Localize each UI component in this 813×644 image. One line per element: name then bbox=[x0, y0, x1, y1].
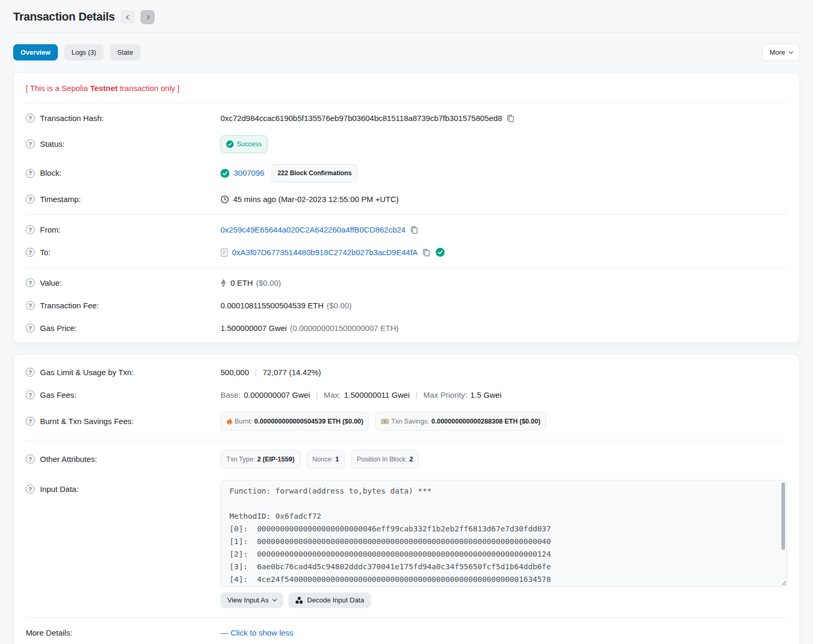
base-fee-label: Base: bbox=[220, 389, 240, 401]
decode-input-data-label: Decode Input Data bbox=[307, 596, 364, 604]
testnet-warning-pre: [ This is a Sepolia bbox=[26, 84, 90, 93]
to-label: To: bbox=[40, 247, 51, 258]
help-icon[interactable]: ? bbox=[26, 455, 35, 464]
input-data-box[interactable]: Function: forward(address to,bytes data)… bbox=[220, 480, 787, 587]
show-less-link[interactable]: — Click to show less bbox=[220, 627, 293, 639]
help-icon[interactable]: ? bbox=[26, 114, 35, 123]
gas-price-row: ? Gas Price: 1.500000007 Gwei (0.0000000… bbox=[26, 317, 787, 339]
other-attributes-row: ? Other Attributes: Txn Type: 2 (EIP-155… bbox=[26, 444, 787, 474]
separator: | bbox=[416, 389, 418, 401]
divider bbox=[26, 103, 787, 103]
status-label: Status: bbox=[40, 138, 65, 150]
help-icon[interactable]: ? bbox=[26, 248, 35, 257]
txn-type-badge: Txn Type: 2 (EIP-1559) bbox=[220, 450, 300, 469]
input-data-scrollbar[interactable] bbox=[781, 482, 785, 550]
decode-input-data-button[interactable]: Decode Input Data bbox=[288, 592, 371, 608]
block-label: Block: bbox=[40, 167, 62, 179]
help-icon[interactable]: ? bbox=[26, 225, 35, 234]
view-input-as-button[interactable]: View Input As bbox=[220, 592, 283, 608]
copy-hash-button[interactable] bbox=[506, 114, 515, 123]
help-icon[interactable]: ? bbox=[26, 169, 35, 178]
gas-limit-label: Gas Limit & Usage by Txn: bbox=[40, 367, 134, 378]
divider bbox=[26, 440, 787, 440]
testnet-warning-bold: Testnet bbox=[90, 84, 117, 93]
from-address-link[interactable]: 0x259c49E65644a020C2A642260a4ffB0CD862cb… bbox=[220, 224, 406, 236]
row-label: ? Input Data: bbox=[26, 480, 220, 495]
row-label: ? Block: bbox=[26, 167, 220, 179]
row-label: ? Timestamp: bbox=[26, 194, 220, 205]
help-icon[interactable]: ? bbox=[26, 139, 35, 148]
testnet-warning-post: transaction only ] bbox=[118, 84, 180, 93]
row-label: ? Transaction Fee: bbox=[26, 300, 220, 311]
tab-logs[interactable]: Logs (3) bbox=[64, 44, 104, 61]
base-fee-value: 0.000000007 Gwei bbox=[244, 389, 310, 401]
gas-usage-value: 72,077 (14.42%) bbox=[263, 367, 321, 378]
row-label: ? Transaction Hash: bbox=[26, 113, 220, 124]
block-link[interactable]: 3007096 bbox=[234, 167, 264, 179]
help-icon[interactable]: ? bbox=[26, 195, 35, 204]
help-icon[interactable]: ? bbox=[26, 278, 35, 287]
row-label: ? Status: bbox=[26, 138, 220, 150]
transaction-hash-label: Transaction Hash: bbox=[40, 113, 104, 124]
help-icon[interactable]: ? bbox=[26, 485, 35, 494]
chevron-right-icon bbox=[145, 15, 149, 19]
row-label: ? Gas Price: bbox=[26, 323, 220, 334]
page-title: Transaction Details bbox=[13, 11, 115, 24]
tabs-row: Overview Logs (3) State More bbox=[13, 44, 800, 61]
row-value: Burnt: 0.000000000000504539 ETH ($0.00) … bbox=[220, 412, 787, 431]
page-header: Transaction Details bbox=[13, 0, 800, 24]
row-value: 45 mins ago (Mar-02-2023 12:55:00 PM +UT… bbox=[220, 194, 787, 205]
previous-transaction-button[interactable] bbox=[121, 10, 135, 24]
copy-to-button[interactable] bbox=[422, 248, 430, 257]
from-label: From: bbox=[40, 224, 61, 236]
timestamp-value: 45 mins ago (Mar-02-2023 12:55:00 PM +UT… bbox=[233, 194, 399, 205]
separator: | bbox=[316, 389, 318, 401]
row-label: ? From: bbox=[26, 224, 220, 236]
timestamp-row: ? Timestamp: 45 mins ago (Mar-02-2023 12… bbox=[26, 188, 787, 210]
chevron-down-icon bbox=[272, 597, 276, 601]
gas-price-label: Gas Price: bbox=[40, 323, 77, 334]
other-attributes-label: Other Attributes: bbox=[40, 454, 97, 465]
tab-overview[interactable]: Overview bbox=[13, 44, 58, 61]
help-icon[interactable]: ? bbox=[26, 324, 35, 333]
overview-card: [ This is a Sepolia Testnet transaction … bbox=[13, 72, 800, 343]
row-value: 500,000 | 72,077 (14.42%) bbox=[220, 367, 787, 378]
input-data-label: Input Data: bbox=[40, 484, 78, 495]
copy-icon bbox=[506, 114, 515, 123]
row-label: ? Value: bbox=[26, 277, 220, 289]
check-circle-icon bbox=[226, 140, 234, 148]
help-icon[interactable]: ? bbox=[26, 390, 35, 399]
nonce-value: 1 bbox=[335, 454, 339, 465]
txn-savings-badge: Txn Savings: 0.000000000000288308 ETH ($… bbox=[375, 412, 546, 431]
help-icon[interactable]: ? bbox=[26, 301, 35, 310]
details-card: ? Gas Limit & Usage by Txn: 500,000 | 72… bbox=[13, 354, 800, 644]
clock-icon bbox=[220, 195, 229, 204]
more-details-row: More Details: — Click to show less bbox=[26, 621, 787, 644]
more-button[interactable]: More bbox=[762, 44, 800, 61]
view-input-as-label: View Input As bbox=[227, 596, 269, 604]
header-divider bbox=[13, 32, 800, 33]
row-value: 1.500000007 Gwei (0.000000001500000007 E… bbox=[220, 323, 787, 334]
divider bbox=[26, 214, 787, 215]
gas-price-value: 1.500000007 Gwei bbox=[220, 323, 287, 334]
next-transaction-button[interactable] bbox=[140, 10, 155, 24]
value-amount: 0 ETH bbox=[230, 277, 253, 289]
tab-state[interactable]: State bbox=[110, 44, 140, 61]
copy-from-button[interactable] bbox=[410, 226, 418, 234]
row-value: 0xc72d984ccac6190b5f135576eb97b03604bc81… bbox=[220, 113, 787, 124]
max-priority-fee-value: 1.5 Gwei bbox=[470, 389, 501, 401]
txn-savings-label: Txn Savings: bbox=[391, 416, 429, 427]
money-wings-icon bbox=[381, 418, 389, 425]
to-address-link[interactable]: 0xA3f07D6773514480b918C2742b027b3acD9E44… bbox=[232, 247, 418, 258]
burnt-value: 0.000000000000504539 ETH ($0.00) bbox=[254, 416, 363, 427]
help-icon[interactable]: ? bbox=[26, 368, 35, 377]
help-icon[interactable]: ? bbox=[26, 417, 35, 426]
row-value: 0 ETH ($0.00) bbox=[220, 277, 787, 289]
transaction-fee-label: Transaction Fee: bbox=[40, 300, 99, 311]
input-data-content: Function: forward(address to,bytes data)… bbox=[221, 480, 787, 587]
nonce-badge: Nonce: 1 bbox=[307, 450, 345, 469]
row-value: 3007096 222 Block Confirmations bbox=[220, 164, 787, 183]
max-priority-fee-label: Max Priority: bbox=[423, 389, 467, 401]
row-value: — Click to show less bbox=[220, 627, 787, 639]
row-value: Success bbox=[220, 135, 787, 153]
